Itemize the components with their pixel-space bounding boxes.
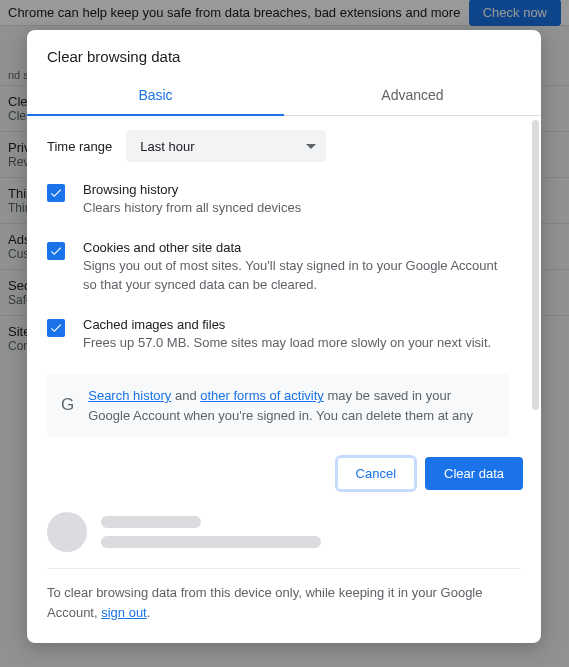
tab-indicator — [27, 114, 284, 116]
option-cookies: Cookies and other site data Signs you ou… — [47, 240, 509, 295]
sign-out-link[interactable]: sign out — [101, 605, 147, 620]
option-desc: Clears history from all synced devices — [83, 199, 509, 218]
time-range-row: Time range Last hour — [47, 130, 509, 162]
tab-advanced[interactable]: Advanced — [284, 77, 541, 115]
chevron-down-icon — [306, 144, 316, 149]
tab-bar: Basic Advanced — [27, 77, 541, 116]
time-range-value: Last hour — [140, 139, 194, 154]
option-cached: Cached images and files Frees up 57.0 MB… — [47, 317, 509, 353]
option-desc: Signs you out of most sites. You'll stay… — [83, 257, 509, 295]
search-history-link[interactable]: Search history — [88, 388, 171, 403]
content-scrollbar[interactable] — [529, 116, 541, 443]
clear-data-button[interactable]: Clear data — [425, 457, 523, 490]
checkbox-cached[interactable] — [47, 319, 65, 337]
checkbox-cookies[interactable] — [47, 242, 65, 260]
dialog-title: Clear browsing data — [27, 30, 541, 77]
avatar — [47, 512, 87, 552]
tab-basic[interactable]: Basic — [27, 77, 284, 115]
option-title: Cached images and files — [83, 317, 509, 332]
time-range-select[interactable]: Last hour — [126, 130, 326, 162]
clear-browsing-data-dialog: Clear browsing data Basic Advanced Time … — [27, 30, 541, 643]
checkmark-icon — [49, 321, 63, 335]
dialog-content: Time range Last hour Browsing history Cl… — [27, 116, 529, 443]
checkmark-icon — [49, 244, 63, 258]
account-placeholder — [101, 516, 321, 548]
other-activity-link[interactable]: other forms of activity — [200, 388, 324, 403]
info-text: Search history and other forms of activi… — [88, 386, 495, 425]
cancel-button[interactable]: Cancel — [337, 457, 415, 490]
option-browsing-history: Browsing history Clears history from all… — [47, 182, 509, 218]
dialog-buttons: Cancel Clear data — [27, 443, 541, 504]
option-title: Browsing history — [83, 182, 509, 197]
option-desc: Frees up 57.0 MB. Some sites may load mo… — [83, 334, 509, 353]
account-row — [27, 504, 541, 568]
checkmark-icon — [49, 186, 63, 200]
footer-text: To clear browsing data from this device … — [27, 569, 541, 642]
google-icon: G — [61, 386, 74, 413]
checkbox-browsing-history[interactable] — [47, 184, 65, 202]
time-range-label: Time range — [47, 139, 112, 154]
option-title: Cookies and other site data — [83, 240, 509, 255]
google-account-info: G Search history and other forms of acti… — [47, 374, 509, 437]
